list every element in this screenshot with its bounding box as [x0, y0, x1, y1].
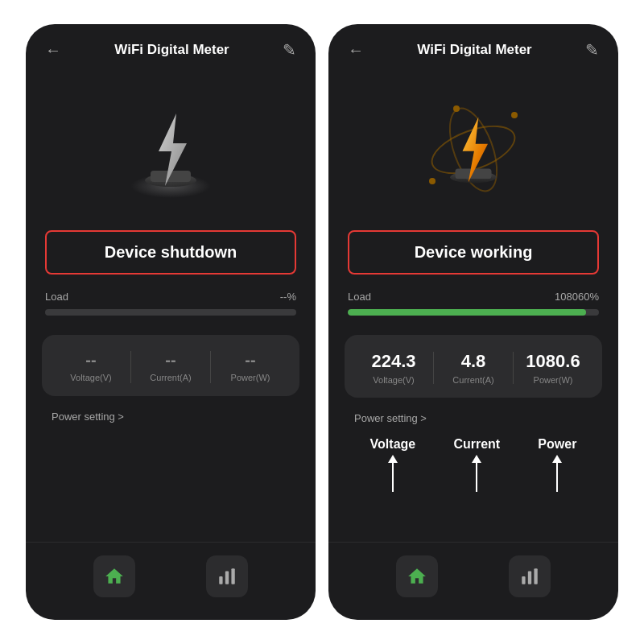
right-edit-button[interactable]: ✎ [585, 40, 599, 60]
right-metrics-row: 224.3 Voltage(V) 4.8 Current(A) 1080.6 P… [354, 351, 592, 385]
right-bottom-nav [328, 542, 618, 620]
right-power-value: 1080.6 [514, 351, 592, 372]
right-current-label: Current(A) [434, 375, 513, 385]
left-home-button[interactable] [93, 555, 135, 597]
svg-rect-9 [522, 576, 525, 584]
left-power-setting-link[interactable]: Power setting > [26, 406, 316, 427]
left-voltage-metric: -- Voltage(V) [52, 351, 130, 382]
left-status-text: Device shutdown [105, 243, 237, 262]
voltage-annotation-label: Voltage [370, 437, 416, 452]
right-header: ← WiFi Digital Meter ✎ [328, 24, 618, 69]
right-load-fill [348, 309, 586, 316]
right-load-value: 108060% [555, 291, 599, 303]
voltage-annotation: Voltage [370, 437, 416, 492]
left-edit-button[interactable]: ✎ [283, 40, 296, 60]
left-phone-card: ← WiFi Digital Meter ✎ [26, 24, 316, 620]
current-arrow-shaft [476, 463, 477, 492]
right-power-label: Power(W) [514, 375, 592, 385]
power-annotation: Power [538, 437, 576, 492]
left-current-value: -- [131, 351, 210, 369]
right-voltage-label: Voltage(V) [354, 375, 433, 385]
right-metrics-card: 224.3 Voltage(V) 4.8 Current(A) 1080.6 P… [345, 335, 602, 398]
right-home-icon [407, 566, 427, 587]
right-chart-icon [519, 566, 540, 587]
current-annotation-label: Current [453, 437, 500, 452]
left-chart-button[interactable] [206, 555, 248, 597]
svg-rect-4 [225, 572, 229, 584]
power-arrow-shaft [556, 463, 558, 492]
voltage-arrow-head [388, 455, 398, 463]
left-load-label: Load [45, 291, 68, 303]
left-load-label-row: Load --% [45, 291, 296, 303]
left-voltage-value: -- [52, 351, 130, 369]
left-back-button[interactable]: ← [45, 41, 61, 60]
power-annotation-label: Power [538, 437, 576, 452]
svg-rect-11 [534, 568, 537, 584]
left-metrics-row: -- Voltage(V) -- Current(A) -- Power(W) [52, 351, 290, 383]
left-status-box: Device shutdown [45, 230, 296, 275]
left-current-label: Current(A) [131, 373, 210, 382]
right-power-setting-link[interactable]: Power setting > [328, 407, 618, 429]
lightning-bolt-gray [142, 109, 199, 190]
left-chart-icon [217, 566, 237, 587]
right-chart-button[interactable] [509, 555, 551, 597]
right-header-title: WiFi Digital Meter [417, 42, 531, 58]
left-load-value: --% [280, 291, 296, 303]
right-power-setting-text: Power setting > [354, 412, 427, 424]
left-current-metric: -- Current(A) [131, 351, 210, 382]
right-home-button[interactable] [396, 555, 438, 597]
shutdown-lightning-icon [122, 93, 219, 206]
left-power-metric: -- Power(W) [211, 351, 290, 382]
left-power-value: -- [211, 351, 290, 369]
left-metrics-card: -- Voltage(V) -- Current(A) -- Power(W) [42, 335, 299, 396]
left-header: ← WiFi Digital Meter ✎ [26, 24, 316, 69]
orbit-dot3 [453, 105, 460, 112]
right-power-metric: 1080.6 Power(W) [514, 351, 592, 385]
right-voltage-value: 224.3 [354, 351, 433, 372]
right-load-label-row: Load 108060% [348, 291, 599, 303]
orbit-dot1 [511, 112, 518, 118]
right-device-image [328, 69, 618, 230]
right-status-box: Device working [348, 230, 599, 275]
svg-rect-10 [528, 572, 531, 584]
right-back-button[interactable]: ← [348, 41, 364, 60]
right-status-text: Device working [415, 243, 533, 262]
right-load-section: Load 108060% [328, 291, 618, 325]
lightning-bolt-orange [448, 114, 499, 186]
left-power-label: Power(W) [211, 373, 290, 382]
orbit-dot2 [429, 178, 436, 184]
right-voltage-metric: 224.3 Voltage(V) [354, 351, 433, 385]
svg-rect-5 [231, 568, 234, 584]
current-arrow-head [472, 455, 481, 463]
left-load-bar [45, 309, 296, 316]
left-load-section: Load --% [26, 291, 316, 325]
left-power-setting-text: Power setting > [52, 411, 124, 423]
working-lightning-icon [421, 97, 526, 202]
left-home-icon [104, 566, 125, 587]
left-voltage-label: Voltage(V) [52, 373, 130, 382]
right-load-label: Load [348, 291, 371, 303]
svg-rect-3 [219, 576, 222, 584]
right-load-bar [348, 309, 599, 316]
current-annotation: Current [453, 437, 500, 492]
left-bottom-nav [26, 542, 316, 620]
left-device-image [26, 69, 316, 230]
annotation-row: Voltage Current Power [328, 437, 618, 492]
right-current-value: 4.8 [434, 351, 513, 372]
right-phone-card: ← WiFi Digital Meter ✎ [328, 24, 618, 620]
voltage-arrow-shaft [392, 463, 394, 492]
right-current-metric: 4.8 Current(A) [434, 351, 513, 385]
power-arrow-head [552, 455, 562, 463]
left-header-title: WiFi Digital Meter [114, 42, 229, 58]
